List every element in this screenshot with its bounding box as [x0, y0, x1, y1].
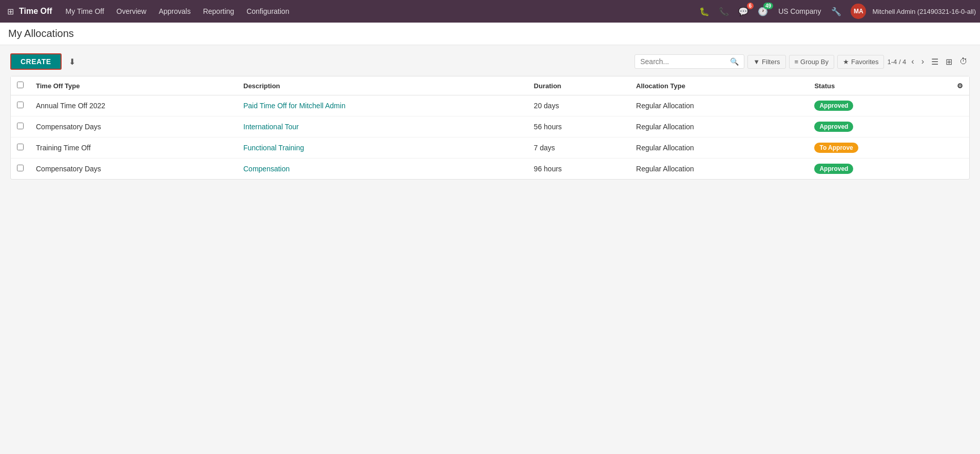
status-badge[interactable]: Approved: [814, 101, 853, 111]
chat-icon[interactable]: 💬 6: [735, 5, 752, 18]
row-checkbox-cell[interactable]: [11, 137, 30, 159]
create-button[interactable]: CREATE: [10, 53, 62, 70]
groupby-button[interactable]: ≡ Group By: [789, 55, 835, 69]
cell-allocation-type: Regular Allocation: [630, 116, 808, 137]
filters-button[interactable]: ▼ Filters: [747, 55, 785, 69]
pagination-info: 1-4 / 4: [887, 58, 906, 66]
cell-description[interactable]: Paid Time Off for Mitchell Admin: [237, 95, 528, 116]
row-checkbox[interactable]: [17, 123, 24, 129]
cell-time-off-type[interactable]: Annual Time Off 2022: [30, 95, 237, 116]
select-all-checkbox[interactable]: [17, 82, 24, 88]
select-all-checkbox-cell[interactable]: [11, 76, 30, 95]
search-input[interactable]: [640, 57, 730, 66]
page-title: My Allocations: [8, 28, 74, 40]
nav-reporting[interactable]: Reporting: [198, 5, 239, 17]
cell-allocation-type: Regular Allocation: [630, 137, 808, 159]
table-row: Compensatory DaysCompensation96 hoursReg…: [11, 159, 969, 180]
row-checkbox-cell[interactable]: [11, 95, 30, 116]
col-time-off-type[interactable]: Time Off Type: [30, 76, 237, 95]
status-badge[interactable]: Approved: [814, 164, 853, 174]
cell-duration: 7 days: [528, 137, 630, 159]
col-description[interactable]: Description: [237, 76, 528, 95]
list-view-button[interactable]: ☰: [929, 55, 940, 69]
toolbar: CREATE ⬇ 🔍 ▼ Filters ≡ Group By: [10, 53, 970, 70]
title-search-row: My Allocations: [0, 23, 980, 45]
cell-time-off-type[interactable]: Training Time Off: [30, 137, 237, 159]
cell-status: Approved: [808, 116, 951, 137]
col-status[interactable]: Status: [808, 76, 951, 95]
topnav: ⊞ Time Off My Time Off Overview Approval…: [0, 0, 980, 23]
download-icon[interactable]: ⬇: [66, 55, 79, 69]
col-duration[interactable]: Duration: [528, 76, 630, 95]
cell-status: Approved: [808, 159, 951, 180]
cell-duration: 96 hours: [528, 159, 630, 180]
topnav-right: 🐛 📞 💬 6 🕐 49 US Company 🔧 MA Mitchell Ad…: [696, 2, 976, 21]
allocation-table: Time Off Type Description Duration Alloc…: [10, 76, 970, 180]
brand-label: Time Off: [19, 7, 52, 16]
company-label: US Company: [774, 7, 825, 15]
favorites-label: Favorites: [851, 58, 878, 66]
groupby-icon: ≡: [795, 58, 799, 66]
filter-icon: ▼: [753, 58, 760, 66]
status-badge[interactable]: Approved: [814, 122, 853, 132]
clock-badge: 49: [763, 3, 773, 9]
row-checkbox[interactable]: [17, 144, 24, 150]
row-checkbox[interactable]: [17, 102, 24, 108]
col-allocation-type[interactable]: Allocation Type: [630, 76, 808, 95]
user-avatar[interactable]: MA: [848, 2, 869, 21]
bug-icon[interactable]: 🐛: [696, 5, 713, 18]
toolbar-right: 🔍 ▼ Filters ≡ Group By ★ Favorites: [635, 54, 970, 69]
filters-label: Filters: [762, 58, 780, 66]
kanban-view-button[interactable]: ⊞: [944, 55, 954, 69]
clock-view-button[interactable]: ⏱: [957, 55, 970, 68]
cell-duration: 56 hours: [528, 116, 630, 137]
nav-overview[interactable]: Overview: [111, 5, 151, 17]
cell-actions: [951, 159, 969, 180]
phone-icon[interactable]: 📞: [716, 5, 732, 18]
row-checkbox[interactable]: [17, 165, 24, 171]
row-checkbox-cell[interactable]: [11, 159, 30, 180]
page-body: My Allocations CREATE ⬇ 🔍 ▼ Filters ≡: [0, 23, 980, 454]
settings-icon[interactable]: 🔧: [828, 5, 844, 18]
cell-allocation-type: Regular Allocation: [630, 159, 808, 180]
row-checkbox-cell[interactable]: [11, 116, 30, 137]
cell-status: To Approve: [808, 137, 951, 159]
chat-badge: 6: [747, 3, 754, 9]
search-box[interactable]: 🔍: [635, 54, 744, 69]
cell-description[interactable]: Functional Training: [237, 137, 528, 159]
clock-icon[interactable]: 🕐 49: [755, 5, 771, 18]
main-content: CREATE ⬇ 🔍 ▼ Filters ≡ Group By: [0, 45, 980, 188]
col-settings[interactable]: ⚙: [951, 76, 969, 95]
table-row: Training Time OffFunctional Training7 da…: [11, 137, 969, 159]
nav-approvals[interactable]: Approvals: [153, 5, 196, 17]
table-row: Compensatory DaysInternational Tour56 ho…: [11, 116, 969, 137]
next-page-button[interactable]: ›: [919, 55, 926, 68]
cell-description[interactable]: Compensation: [237, 159, 528, 180]
cell-actions: [951, 95, 969, 116]
brand[interactable]: Time Off: [19, 7, 52, 16]
table-row: Annual Time Off 2022Paid Time Off for Mi…: [11, 95, 969, 116]
favorites-button[interactable]: ★ Favorites: [837, 55, 884, 69]
prev-page-button[interactable]: ‹: [909, 55, 916, 68]
cell-status: Approved: [808, 95, 951, 116]
cell-time-off-type[interactable]: Compensatory Days: [30, 159, 237, 180]
status-badge[interactable]: To Approve: [814, 143, 858, 153]
grid-menu-icon[interactable]: ⊞: [4, 5, 17, 18]
user-name: Mitchell Admin (21490321-16-0-all): [872, 8, 976, 15]
cell-actions: [951, 137, 969, 159]
cell-duration: 20 days: [528, 95, 630, 116]
nav-my-time-off[interactable]: My Time Off: [61, 5, 109, 17]
cell-time-off-type[interactable]: Compensatory Days: [30, 116, 237, 137]
groupby-label: Group By: [800, 58, 829, 66]
table-header-row: Time Off Type Description Duration Alloc…: [11, 76, 969, 95]
search-icon[interactable]: 🔍: [730, 57, 739, 66]
cell-description[interactable]: International Tour: [237, 116, 528, 137]
cell-allocation-type: Regular Allocation: [630, 95, 808, 116]
cell-actions: [951, 116, 969, 137]
star-icon: ★: [843, 58, 849, 66]
nav-configuration[interactable]: Configuration: [241, 5, 294, 17]
